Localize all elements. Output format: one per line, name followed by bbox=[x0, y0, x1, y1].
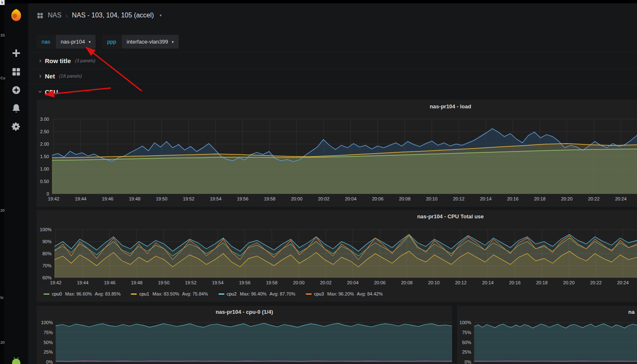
svg-text:20:06: 20:06 bbox=[374, 280, 386, 285]
row-header-row-title[interactable]: › Row title (3 panels) bbox=[28, 52, 637, 69]
edge-fragment: 33 bbox=[0, 33, 5, 37]
svg-text:20:12: 20:12 bbox=[455, 280, 467, 285]
svg-text:20:22: 20:22 bbox=[588, 196, 600, 201]
legend-item[interactable]: cpu3Max: 96.20%Avg: 84.42% bbox=[306, 291, 386, 296]
svg-text:19:42: 19:42 bbox=[48, 196, 59, 201]
svg-text:20:10: 20:10 bbox=[426, 196, 438, 201]
dashboard-grid-icon[interactable] bbox=[37, 12, 44, 19]
cpu-total-legend: cpu0Max: 96.60%Avg: 83.85%cpu1Max: 83.50… bbox=[44, 291, 386, 296]
svg-text:20:00: 20:00 bbox=[291, 196, 303, 201]
breadcrumb-folder[interactable]: NAS bbox=[48, 12, 61, 19]
svg-text:19:44: 19:44 bbox=[75, 196, 86, 201]
svg-text:19:50: 19:50 bbox=[156, 196, 167, 201]
legend-max: Max: 96.20% bbox=[327, 291, 354, 296]
svg-text:20:16: 20:16 bbox=[507, 196, 519, 201]
legend-item[interactable]: cpu1Max: 83.50%Avg: 75.84% bbox=[131, 291, 211, 296]
svg-text:19:52: 19:52 bbox=[185, 280, 197, 285]
svg-text:19:48: 19:48 bbox=[129, 196, 140, 201]
row-header-cpu[interactable]: › CPU bbox=[28, 84, 637, 100]
variable-value-text: nas-pr104 bbox=[61, 39, 85, 45]
explore-star-icon[interactable] bbox=[11, 85, 21, 95]
svg-text:20:24: 20:24 bbox=[615, 196, 627, 201]
svg-text:70%: 70% bbox=[42, 263, 52, 268]
panel-title[interactable]: na bbox=[628, 309, 635, 315]
chevron-right-icon: › bbox=[66, 12, 68, 19]
svg-text:3.00: 3.00 bbox=[40, 117, 49, 122]
panel-cpu-total: nas-pr104 - CPU Total use 100%90%80%70%6… bbox=[37, 210, 637, 302]
chevron-right-icon: › bbox=[37, 57, 43, 64]
chevron-down-icon: › bbox=[37, 89, 44, 95]
plus-icon[interactable] bbox=[11, 48, 21, 58]
svg-text:0%: 0% bbox=[465, 359, 471, 364]
panel-cpu0: nas-pr104 - cpu-0 (1/4) 100%75%50%25%0% bbox=[37, 306, 452, 364]
svg-text:19:44: 19:44 bbox=[77, 280, 89, 285]
legend-color-dash bbox=[131, 293, 137, 295]
svg-text:20:02: 20:02 bbox=[320, 280, 332, 285]
svg-text:80%: 80% bbox=[42, 251, 52, 256]
row-panel-count: (3 panels) bbox=[75, 58, 96, 63]
legend-color-dash bbox=[219, 293, 224, 295]
cpu1-chart[interactable]: 100%75%50%25%0% bbox=[457, 306, 637, 364]
variable-value-text: interface-vlan399 bbox=[127, 39, 168, 45]
legend-avg: Avg: 84.42% bbox=[357, 291, 383, 296]
svg-text:19:54: 19:54 bbox=[212, 280, 224, 285]
svg-text:20:18: 20:18 bbox=[536, 280, 548, 285]
legend-item[interactable]: cpu0Max: 96.60%Avg: 83.85% bbox=[44, 291, 123, 296]
svg-text:19:58: 19:58 bbox=[266, 280, 278, 285]
svg-text:20:14: 20:14 bbox=[482, 280, 494, 285]
variable-value-dropdown[interactable]: nas-pr104 ▾ bbox=[56, 35, 96, 49]
variable-label: ppp bbox=[102, 35, 121, 49]
svg-text:1.50: 1.50 bbox=[40, 154, 49, 159]
panel-title[interactable]: nas-pr104 - cpu-0 (1/4) bbox=[216, 309, 273, 315]
variable-ppp: ppp interface-vlan399 ▾ bbox=[102, 35, 179, 49]
svg-text:20:12: 20:12 bbox=[453, 196, 465, 201]
svg-text:75%: 75% bbox=[44, 330, 53, 335]
help-smiley-icon[interactable] bbox=[11, 357, 21, 364]
svg-text:20:10: 20:10 bbox=[428, 280, 440, 285]
row-title: Row title bbox=[45, 57, 71, 64]
svg-text:19:46: 19:46 bbox=[102, 196, 113, 201]
edge-chip: k bbox=[0, 0, 5, 5]
variable-nas: nas nas-pr104 ▾ bbox=[37, 35, 96, 49]
svg-text:100%: 100% bbox=[41, 320, 53, 325]
breadcrumb: NAS › NAS - 103, 104, 105 (accel) ▾ bbox=[37, 12, 162, 19]
edge-fragment: lo bbox=[0, 296, 3, 300]
dashboards-grid-icon[interactable] bbox=[11, 67, 21, 77]
svg-text:1.00: 1.00 bbox=[40, 166, 49, 171]
panel-cpu-partial: na 100%75%50%25%0% bbox=[457, 306, 637, 364]
svg-text:19:52: 19:52 bbox=[183, 196, 194, 201]
legend-series-name: cpu1 bbox=[139, 291, 149, 296]
row-title: Net bbox=[45, 73, 55, 80]
svg-text:19:46: 19:46 bbox=[104, 280, 116, 285]
svg-text:20:16: 20:16 bbox=[509, 280, 521, 285]
svg-text:20:20: 20:20 bbox=[563, 280, 575, 285]
dashboard-title[interactable]: NAS - 103, 104, 105 (accel) bbox=[72, 12, 154, 19]
alerting-bell-icon[interactable] bbox=[11, 103, 21, 113]
variable-label: nas bbox=[37, 35, 55, 49]
load-chart[interactable]: 3.002.502.001.501.000.50019:4219:4419:46… bbox=[37, 100, 637, 207]
caret-down-icon: ▾ bbox=[89, 40, 91, 44]
grafana-logo[interactable] bbox=[10, 8, 23, 22]
svg-text:75%: 75% bbox=[462, 330, 471, 335]
settings-gear-icon[interactable] bbox=[11, 122, 21, 132]
panel-title[interactable]: nas-pr104 - CPU Total use bbox=[417, 213, 484, 220]
svg-text:20:02: 20:02 bbox=[318, 196, 330, 201]
svg-text:20:00: 20:00 bbox=[293, 280, 305, 285]
edge-fragment: 20 bbox=[0, 340, 5, 344]
row-panel-count: (18 panels) bbox=[59, 73, 82, 78]
cpu-total-chart[interactable]: 100%90%80%70%60%19:4219:4419:4619:4819:5… bbox=[37, 210, 637, 302]
svg-text:20:06: 20:06 bbox=[372, 196, 384, 201]
background-window-sliver: 33 Cu 20 lo 20 bbox=[0, 0, 4, 364]
legend-item[interactable]: cpu2Max: 96.40%Avg: 87.70% bbox=[219, 291, 298, 296]
row-header-net[interactable]: › Net (18 panels) bbox=[28, 68, 637, 84]
panel-title[interactable]: nas-pr104 - load bbox=[430, 103, 471, 110]
caret-down-icon: ▾ bbox=[160, 13, 162, 17]
svg-text:19:42: 19:42 bbox=[50, 280, 61, 285]
legend-max: Max: 96.60% bbox=[65, 291, 92, 296]
variable-value-dropdown[interactable]: interface-vlan399 ▾ bbox=[122, 35, 179, 49]
variable-row: nas nas-pr104 ▾ ppp interface-vlan399 ▾ bbox=[37, 35, 179, 49]
svg-text:20:08: 20:08 bbox=[401, 280, 413, 285]
legend-series-name: cpu3 bbox=[314, 291, 324, 296]
svg-text:2.50: 2.50 bbox=[40, 129, 49, 134]
svg-text:50%: 50% bbox=[44, 340, 53, 345]
